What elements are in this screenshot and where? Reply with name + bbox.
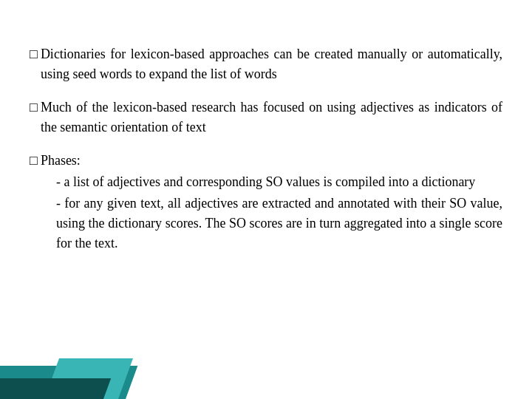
bullet-marker-3: □ — [30, 151, 38, 171]
bullet-block-1: □ Dictionaries for lexicon-based approac… — [30, 44, 502, 84]
bullet-line-2: □ Much of the lexicon-based research has… — [30, 98, 502, 137]
bullet-marker-1: □ — [30, 44, 38, 64]
bullet-block-2: □ Much of the lexicon-based research has… — [30, 98, 502, 137]
bullet-text-3: Phases: — [41, 151, 502, 171]
bullet-line-1: □ Dictionaries for lexicon-based approac… — [30, 44, 502, 84]
bottom-bar — [0, 355, 532, 399]
sub-bullet-1: - a list of adjectives and corresponding… — [30, 172, 502, 192]
slide-container: □ Dictionaries for lexicon-based approac… — [0, 0, 532, 399]
bullet-text-1: Dictionaries for lexicon-based approache… — [41, 44, 502, 84]
bullet-block-3: □ Phases: - a list of adjectives and cor… — [30, 151, 502, 253]
bullet-marker-2: □ — [30, 98, 38, 117]
bullet-text-2: Much of the lexicon-based research has f… — [41, 98, 502, 137]
content-area: □ Dictionaries for lexicon-based approac… — [30, 44, 502, 340]
bottom-bar-dark — [0, 378, 111, 399]
sub-bullet-2: - for any given text, all adjectives are… — [30, 194, 502, 253]
bullet-line-3: □ Phases: — [30, 151, 502, 171]
